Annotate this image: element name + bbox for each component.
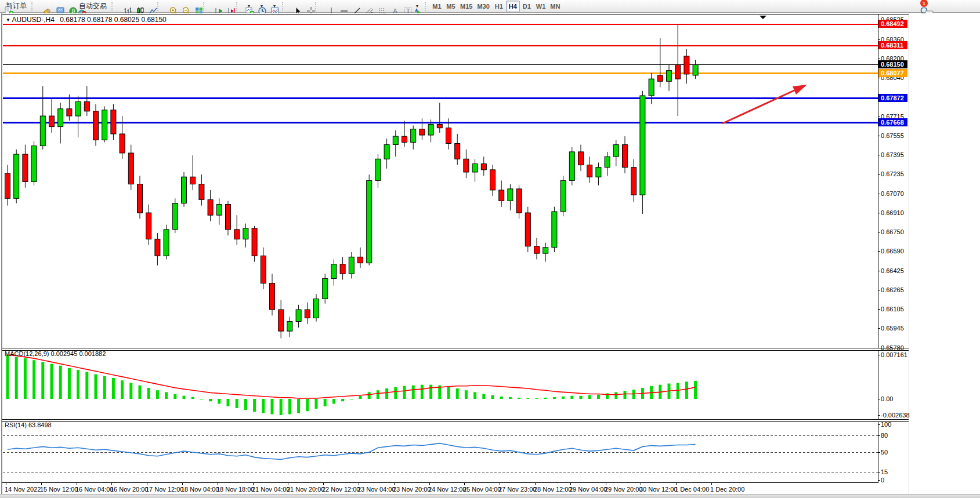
macd-histogram-bar <box>377 390 379 399</box>
zoom-in-button[interactable] <box>162 1 175 12</box>
candle-body <box>199 184 204 200</box>
time-label: 30 Nov 12:00 <box>639 486 677 493</box>
timeframe-mn[interactable]: MN <box>548 1 562 12</box>
periods-button[interactable]: ▼ <box>254 1 267 12</box>
timeframe-d1[interactable]: D1 <box>520 1 534 12</box>
candle-body <box>93 111 99 140</box>
main-chart-canvas[interactable] <box>3 14 878 348</box>
shift-marker-icon[interactable] <box>760 16 766 19</box>
timeframe-m1[interactable]: M1 <box>430 1 444 12</box>
candle-body <box>481 164 486 170</box>
symbol-period-label: AUDUSD-,H4 <box>12 16 55 24</box>
new-order-button[interactable]: 新订单 <box>2 1 29 12</box>
time-tick <box>253 482 254 485</box>
time-label: 23 Nov 20:00 <box>393 486 431 493</box>
candle-body <box>270 283 275 310</box>
trend-arrow-line[interactable] <box>722 90 795 123</box>
price-tick: 0.66910 <box>881 209 916 216</box>
macd-histogram-bar <box>473 392 476 399</box>
candle-body <box>667 71 672 82</box>
candle-body <box>164 230 169 256</box>
cursor-button[interactable] <box>287 1 300 12</box>
time-label: 21 Nov 20:00 <box>287 486 324 493</box>
time-tick <box>711 482 712 485</box>
time-label: 15 Nov 12:00 <box>40 486 78 493</box>
macd-histogram-bar <box>173 394 176 399</box>
timeframe-h4[interactable]: H4 <box>506 1 520 12</box>
auto-trading-button[interactable]: 自动交易 <box>75 1 109 12</box>
candle-body <box>393 136 398 144</box>
macd-histogram-bar <box>68 368 71 399</box>
rsi-tick: 100 <box>881 421 916 428</box>
candle-body <box>428 124 433 135</box>
candle-body <box>128 153 133 184</box>
candle-body <box>287 322 292 331</box>
toolbar: 新订单 自动交易 <box>0 0 980 13</box>
macd-histogram-bar <box>41 362 44 399</box>
candle-body <box>84 101 89 111</box>
macd-histogram-bar <box>677 383 679 399</box>
time-label: 1 Dec 20:00 <box>710 486 744 493</box>
candle-body <box>516 189 522 213</box>
macd-histogram-bar <box>103 376 106 399</box>
macd-canvas[interactable] <box>3 350 878 419</box>
macd-histogram-bar <box>95 375 97 399</box>
price-level-badge: 0.68492 <box>878 20 907 28</box>
rsi-line <box>8 444 696 460</box>
macd-histogram-bar <box>368 392 371 399</box>
macd-tick: -0.002638 <box>881 412 916 419</box>
price-tick: 0.65945 <box>881 325 916 332</box>
expand-caret-icon[interactable]: ▼ <box>6 17 10 23</box>
candle-body <box>226 205 231 230</box>
timeframe-w1[interactable]: W1 <box>534 1 548 12</box>
candle-body <box>375 159 381 180</box>
macd-histogram-bar <box>614 392 617 399</box>
macd-histogram-bar <box>165 392 168 399</box>
macd-histogram-bar <box>694 381 697 399</box>
candle-body <box>543 248 548 253</box>
macd-histogram-bar <box>112 378 115 399</box>
price-axis-line <box>878 14 878 482</box>
templates-button[interactable]: ▼ <box>267 1 280 12</box>
candle-body <box>552 212 557 248</box>
candle-body <box>182 177 187 203</box>
macd-histogram-bar <box>429 385 432 399</box>
candle-body <box>243 228 248 239</box>
macd-histogram-bar <box>403 386 406 399</box>
candle-body <box>472 164 478 172</box>
price-tick: 0.65780 <box>881 344 916 351</box>
horn-button[interactable] <box>37 1 49 12</box>
candle-body <box>49 116 55 127</box>
toolbar-grip <box>31 2 34 11</box>
macd-histogram-bar <box>359 396 362 399</box>
price-level-badge: 0.67668 <box>878 118 907 126</box>
candle-body <box>464 159 469 172</box>
time-label: 23 Nov 04:00 <box>357 486 395 493</box>
timeframe-h1[interactable]: H1 <box>492 1 506 12</box>
candle-body <box>446 128 451 144</box>
bar-chart-button[interactable] <box>117 1 129 12</box>
macd-histogram-bar <box>200 399 203 399</box>
price-tick: 0.66590 <box>881 248 916 255</box>
candle-body <box>569 152 574 180</box>
time-label: 18 Nov 18:00 <box>216 486 254 493</box>
new-chart-button[interactable]: ▼ <box>241 1 254 12</box>
rsi-canvas[interactable] <box>3 421 878 482</box>
candle-body <box>411 129 416 143</box>
timeframe-m15[interactable]: M15 <box>458 1 475 12</box>
timeframe-m30[interactable]: M30 <box>475 1 491 12</box>
auto-scroll-button[interactable] <box>208 1 221 12</box>
vertical-line-button[interactable] <box>320 1 333 12</box>
macd-histogram-bar <box>262 399 265 413</box>
candle-body <box>331 264 337 279</box>
time-tick <box>111 482 112 485</box>
timeframe-m5[interactable]: M5 <box>444 1 458 12</box>
rsi-tick: 80 <box>881 432 916 439</box>
macd-histogram-bar <box>253 399 256 412</box>
macd-histogram-bar <box>280 399 283 415</box>
macd-histogram-bar <box>500 397 503 399</box>
macd-histogram-bar <box>597 395 600 399</box>
price-tick: 0.67235 <box>881 170 916 177</box>
time-tick <box>359 482 359 485</box>
macd-label: MACD(12,26,9) 0.002945 0.001882 <box>5 350 106 357</box>
